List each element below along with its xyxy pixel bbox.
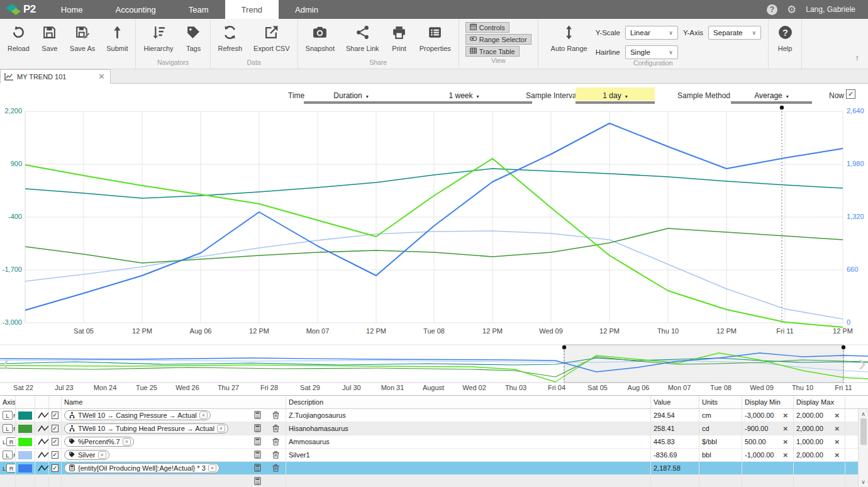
delete-trace-icon[interactable]: [272, 424, 280, 434]
trace-name-pill[interactable]: %Percent%.7×: [64, 437, 134, 447]
nav-item-admin[interactable]: Admin: [279, 0, 335, 19]
range-scroll-right-icon[interactable]: ›: [858, 350, 866, 376]
reload-button[interactable]: Reload: [2, 21, 35, 53]
nav-item-accounting[interactable]: Accounting: [99, 0, 172, 19]
scrollbar-thumb[interactable]: [860, 418, 867, 445]
axis-left-toggle[interactable]: L: [3, 424, 13, 433]
table-row[interactable]: LR✓TWell 10 → Casing Pressure → Actual×Z…: [0, 409, 868, 422]
collapse-ribbon-icon[interactable]: ↑: [855, 53, 860, 62]
scroll-down-icon[interactable]: ∨: [861, 479, 865, 485]
trace-name-pill[interactable]: {entity[Oil Producing Well]:Age!Actual} …: [64, 463, 220, 473]
duration-dropdown[interactable]: Duration▾: [304, 87, 398, 104]
remove-trace-icon[interactable]: ×: [98, 451, 106, 459]
delete-trace-icon[interactable]: [272, 464, 280, 473]
clear-display-max-icon[interactable]: ✕: [835, 439, 842, 445]
clear-display-max-icon[interactable]: ✕: [835, 425, 842, 432]
calculation-icon[interactable]: [253, 424, 262, 434]
sample-interval-dropdown[interactable]: 1 day▾: [576, 87, 655, 104]
snapshot-button[interactable]: Snapshot: [300, 21, 340, 53]
table-row[interactable]: LR✓{entity[Oil Producing Well]:Age!Actua…: [0, 462, 868, 475]
refresh-button[interactable]: Refresh: [213, 21, 248, 53]
remove-trace-icon[interactable]: ×: [217, 425, 225, 432]
y-scale-select[interactable]: Linear∨: [625, 26, 678, 40]
close-tab-icon[interactable]: ✕: [98, 72, 105, 81]
table-row[interactable]: [0, 475, 868, 487]
help-circle-icon[interactable]: ?: [767, 4, 777, 15]
table-row[interactable]: LR✓%Percent%.7×Ammosaurus445.83$/bbl500.…: [0, 435, 868, 449]
axis-left-toggle[interactable]: L: [3, 451, 13, 459]
export-csv-button[interactable]: Export CSV: [248, 21, 295, 53]
trace-name-pill[interactable]: TWell 10 → Casing Pressure → Actual×: [64, 410, 211, 420]
calculation-icon[interactable]: [253, 464, 262, 473]
nav-item-trend[interactable]: Trend: [225, 0, 279, 19]
clear-display-min-icon[interactable]: ✕: [783, 439, 791, 445]
user-menu[interactable]: Lang, Gabriele: [806, 5, 855, 14]
share-link-button[interactable]: Share Link: [340, 21, 385, 53]
trace-line-style-icon[interactable]: [38, 423, 49, 434]
clear-display-min-icon[interactable]: ✕: [783, 452, 791, 459]
save-as-button[interactable]: Save As: [64, 21, 101, 53]
trace-color-swatch[interactable]: [18, 425, 32, 433]
hierarchy-button[interactable]: Hierarchy: [138, 21, 179, 53]
print-button[interactable]: Print: [385, 21, 414, 53]
sample-method-dropdown[interactable]: Average▾: [731, 87, 812, 104]
clear-display-max-icon[interactable]: ✕: [835, 452, 842, 459]
tags-button[interactable]: Tags: [179, 21, 208, 53]
main-chart-area[interactable]: [25, 107, 843, 324]
clear-display-min-icon[interactable]: ✕: [783, 412, 791, 419]
trace-visible-checkbox[interactable]: ✓: [52, 451, 58, 459]
range-handle-right[interactable]: [837, 345, 850, 383]
remove-trace-icon[interactable]: ×: [208, 464, 216, 472]
clear-display-min-icon[interactable]: ✕: [783, 425, 791, 432]
scroll-up-icon[interactable]: ∧: [861, 411, 865, 417]
tab-my-trend-101[interactable]: MY TREND 101 ✕: [0, 69, 111, 84]
trace-name-pill[interactable]: Silver×: [64, 450, 109, 460]
trace-name-pill[interactable]: TWell 10 → Tubing Head Pressure → Actual…: [64, 423, 228, 434]
calculation-icon[interactable]: [253, 411, 262, 420]
trace-table-toggle[interactable]: Trace Table: [465, 46, 520, 57]
table-scrollbar[interactable]: ∧ ∨: [858, 409, 868, 487]
trace-color-swatch[interactable]: [18, 438, 32, 446]
axis-right-toggle[interactable]: R: [6, 437, 16, 446]
trace-visible-checkbox[interactable]: ✓: [52, 425, 58, 432]
submit-button[interactable]: Submit: [101, 21, 133, 53]
remove-trace-icon[interactable]: ×: [199, 411, 208, 419]
hairline-select[interactable]: Single∨: [625, 45, 678, 59]
axis-left-toggle[interactable]: L: [3, 411, 13, 420]
delete-trace-icon[interactable]: [272, 411, 280, 420]
trace-line-style-icon[interactable]: [38, 410, 49, 421]
trace-visible-checkbox[interactable]: ✓: [52, 438, 58, 445]
trace-color-swatch[interactable]: [18, 451, 32, 459]
remove-trace-icon[interactable]: ×: [123, 438, 131, 445]
trace-color-swatch[interactable]: [18, 411, 32, 420]
delete-trace-icon[interactable]: [272, 451, 280, 460]
nav-item-team[interactable]: Team: [172, 0, 225, 19]
table-row[interactable]: LR✓TWell 10 → Tubing Head Pressure → Act…: [0, 422, 868, 435]
trace-color-swatch[interactable]: [18, 464, 32, 473]
trace-line-style-icon[interactable]: [38, 463, 49, 474]
properties-button[interactable]: Properties: [414, 21, 457, 53]
calculation-icon[interactable]: [253, 451, 262, 460]
calculation-icon[interactable]: [253, 477, 262, 486]
range-scroll-left-icon[interactable]: ‹: [2, 350, 10, 376]
range-handle-left[interactable]: [558, 345, 570, 383]
help-button[interactable]: ?Help: [771, 21, 799, 53]
axis-left-toggle[interactable]: L: [3, 437, 6, 446]
trace-line-style-icon[interactable]: [38, 437, 49, 447]
delete-trace-icon[interactable]: [272, 437, 280, 447]
nav-item-home[interactable]: Home: [45, 0, 99, 19]
y-axis-select[interactable]: Separate∨: [708, 26, 761, 40]
auto-range-button[interactable]: Auto Range: [545, 21, 593, 59]
trace-visible-checkbox[interactable]: ✓: [52, 411, 58, 419]
gear-icon[interactable]: ⚙: [787, 4, 796, 15]
now-checkbox[interactable]: ✓: [846, 89, 855, 99]
range-selector-toggle[interactable]: Range Selector: [465, 34, 531, 45]
save-button[interactable]: Save: [35, 21, 64, 53]
table-row[interactable]: LR✓Silver×Silver1-836.69bbl-1,000.00✕2,0…: [0, 449, 868, 462]
duration-range-dropdown[interactable]: 1 week▾: [396, 87, 532, 104]
trace-visible-checkbox[interactable]: ✓: [52, 464, 58, 472]
axis-left-toggle[interactable]: L: [3, 464, 6, 473]
calculation-icon[interactable]: [253, 437, 262, 447]
axis-right-toggle[interactable]: R: [6, 464, 16, 473]
controls-toggle[interactable]: Controls: [465, 22, 509, 33]
